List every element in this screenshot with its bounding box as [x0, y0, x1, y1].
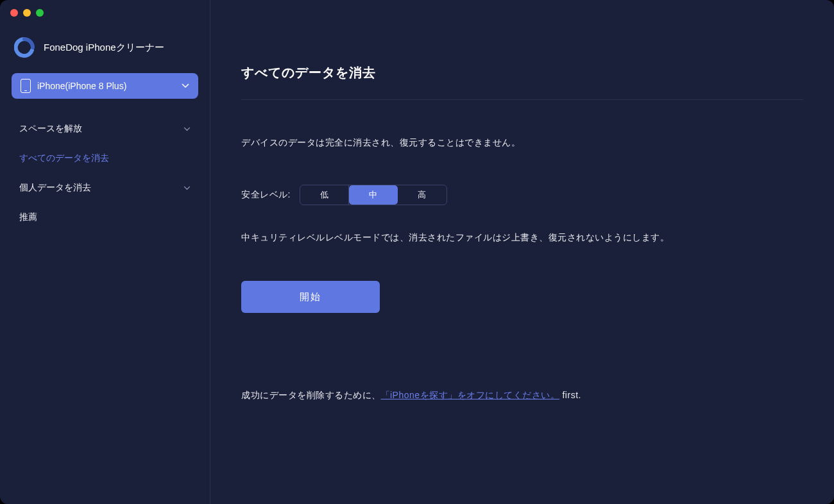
level-low-button[interactable]: 低: [300, 185, 349, 205]
chevron-down-icon: [183, 125, 191, 133]
level-mid-button[interactable]: 中: [349, 185, 398, 205]
nav-label: スペースを解放: [19, 123, 82, 135]
nav-section: スペースを解放 すべてのデータを消去 個人データを消去 推薦: [0, 99, 210, 232]
note-suffix: first.: [559, 390, 581, 400]
security-level-label: 安全レベル:: [241, 189, 291, 201]
main-content: すべてのデータを消去 デバイスのデータは完全に消去され、復元することはできません…: [210, 0, 834, 504]
sidebar: FoneDog iPhoneクリーナー iPhone(iPhone 8 Plus…: [0, 0, 210, 504]
nav-item-erase-all[interactable]: すべてのデータを消去: [12, 144, 198, 173]
app-brand: FoneDog iPhoneクリーナー: [0, 31, 210, 73]
maximize-window-button[interactable]: [36, 9, 44, 17]
nav-item-erase-private[interactable]: 個人データを消去: [12, 173, 198, 203]
warning-text: デバイスのデータは完全に消去され、復元することはできません。: [241, 137, 803, 149]
device-label: iPhone(iPhone 8 Plus): [37, 81, 182, 91]
device-selector[interactable]: iPhone(iPhone 8 Plus): [12, 73, 198, 99]
app-title: FoneDog iPhoneクリーナー: [44, 42, 164, 54]
note-prefix: 成功にデータを削除するために、: [241, 390, 381, 400]
chevron-down-icon: [183, 184, 191, 192]
nav-label: 個人データを消去: [19, 182, 91, 194]
find-iphone-link[interactable]: 「iPhoneを探す」をオフにしてください。: [381, 390, 560, 400]
nav-label: 推薦: [19, 212, 37, 223]
nav-item-recommend[interactable]: 推薦: [12, 203, 198, 232]
app-logo-icon: [14, 37, 35, 58]
level-high-button[interactable]: 高: [398, 185, 447, 205]
bottom-note: 成功にデータを削除するために、「iPhoneを探す」をオフにしてください。 fi…: [241, 390, 803, 401]
start-button[interactable]: 開始: [241, 281, 380, 313]
page-title: すべてのデータを消去: [241, 64, 803, 100]
phone-icon: [21, 79, 31, 93]
minimize-window-button[interactable]: [23, 9, 31, 17]
security-level-segmented: 低 中 高: [300, 185, 447, 205]
window-controls: [10, 9, 44, 17]
nav-label: すべてのデータを消去: [19, 153, 109, 164]
level-description: 中キュリティレベルレベルモードでは、消去されたファイルはジ上書き、復元されないよ…: [241, 232, 803, 244]
chevron-down-icon: [182, 81, 189, 90]
app-window: FoneDog iPhoneクリーナー iPhone(iPhone 8 Plus…: [0, 0, 834, 504]
nav-item-free-space[interactable]: スペースを解放: [12, 114, 198, 144]
security-level-row: 安全レベル: 低 中 高: [241, 185, 803, 205]
close-window-button[interactable]: [10, 9, 18, 17]
